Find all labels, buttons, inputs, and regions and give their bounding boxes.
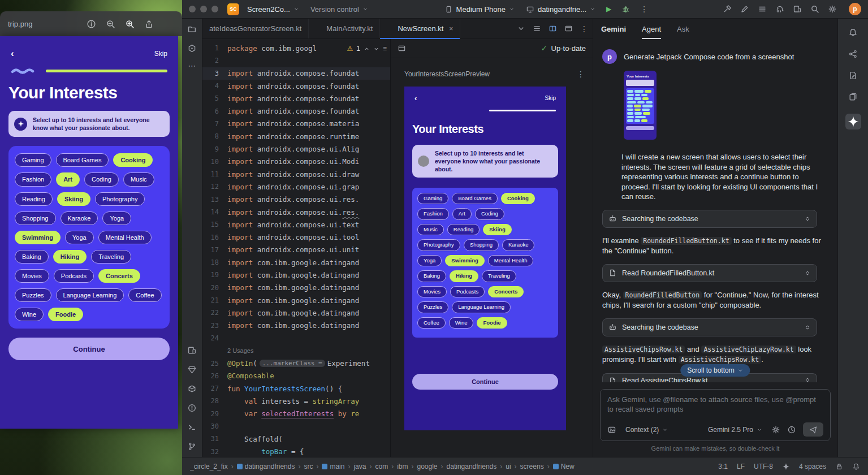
line-number[interactable]: 19 [202, 271, 227, 279]
breadcrumb-item[interactable]: main [322, 463, 344, 470]
breadcrumb-item[interactable]: java [353, 463, 366, 470]
settings-icon[interactable] [828, 5, 837, 14]
inspections-widget[interactable]: ⚠ 1 ≡ [345, 44, 389, 53]
code-line[interactable]: 13import androidx.compose.ui.res. [202, 193, 390, 206]
line-number[interactable]: 6 [202, 107, 227, 115]
hidden-tabs-chevron-icon[interactable] [517, 24, 525, 33]
tool-call-card[interactable]: Searching the codebase [602, 210, 817, 228]
code-editor[interactable]: ⚠ 1 ≡ 1package com.ibm.googl23import and… [202, 39, 390, 457]
code-line[interactable]: 17import androidx.compose.ui.unit [202, 244, 390, 256]
close-tab-icon[interactable]: × [449, 25, 453, 33]
line-number[interactable]: 11 [202, 170, 227, 178]
todo-list-icon[interactable] [758, 5, 767, 14]
code-line[interactable]: 31 Scaffold( [202, 433, 390, 445]
code-line[interactable]: 7import androidx.compose.materia [202, 118, 390, 130]
line-number[interactable]: 17 [202, 246, 227, 254]
gradle-icon[interactable] [775, 5, 784, 14]
attach-image-icon[interactable] [607, 425, 616, 434]
profile-avatar[interactable]: p [849, 3, 861, 15]
gemini-tool-icon[interactable] [845, 114, 861, 129]
tab-dateideasgeneratorscreen[interactable]: ateIdeasGeneratorScreen.kt [202, 19, 309, 38]
device-explorer-icon[interactable] [848, 92, 858, 102]
line-number[interactable]: 20 [202, 284, 227, 292]
code-line[interactable]: 18import com.ibm.google.datingand [202, 256, 390, 269]
breadcrumb-item[interactable]: ibm [397, 463, 408, 470]
code-line[interactable]: 27fun YourInterestsScreen() { [202, 382, 390, 395]
code-line[interactable]: 25@OptIn(...markerClass =Experiment [202, 357, 390, 369]
line-number[interactable]: 10 [202, 158, 227, 166]
line-number[interactable]: 29 [202, 410, 227, 418]
code-line[interactable]: 10import androidx.compose.ui.Modi [202, 156, 390, 168]
tool-call-card[interactable]: Searching the codebase [602, 318, 817, 336]
editor-options-icon[interactable]: ⋮ [580, 24, 588, 33]
code-line[interactable]: 16import androidx.compose.ui.tool [202, 231, 390, 243]
debug-button[interactable] [619, 3, 633, 16]
scroll-to-bottom-button[interactable]: Scroll to bottom [680, 364, 750, 377]
line-number[interactable]: 2 [202, 57, 227, 64]
line-number[interactable]: 22 [202, 309, 227, 317]
build-variants-icon[interactable] [848, 71, 858, 80]
gemini-prompt-input[interactable] [607, 395, 823, 420]
next-issue-icon[interactable] [373, 46, 379, 52]
tab-newscreen[interactable]: NewScreen.kt × [380, 19, 460, 38]
code-line[interactable]: 11import androidx.compose.ui.draw [202, 168, 390, 180]
terminal-icon[interactable] [187, 422, 197, 432]
breadcrumb-item[interactable]: src [304, 463, 313, 470]
project-selector[interactable]: Screen2Co... [244, 3, 303, 16]
line-number[interactable]: 7 [202, 120, 227, 128]
breadcrumb-item[interactable]: New [553, 463, 575, 470]
line-number[interactable]: 15 [202, 221, 227, 228]
line-number[interactable]: 18 [202, 258, 227, 266]
breadcrumb-item[interactable]: google [417, 463, 437, 470]
structure-view-icon[interactable] [533, 24, 541, 33]
vcs-selector[interactable]: Version control [307, 3, 372, 16]
split-editor-icon[interactable] [549, 24, 557, 33]
history-icon[interactable] [787, 425, 796, 434]
code-line[interactable]: 29 var selectedInterests by re [202, 408, 390, 420]
breadcrumb-item[interactable]: com [375, 463, 388, 470]
device-streaming-icon[interactable] [848, 49, 858, 59]
line-number[interactable]: 28 [202, 397, 227, 405]
send-button[interactable] [803, 422, 823, 437]
line-number[interactable]: 3 [202, 70, 227, 77]
model-selector[interactable]: Gemini 2.5 Pro [706, 425, 765, 435]
code-line[interactable]: 15import androidx.compose.ui.text [202, 218, 390, 231]
line-number[interactable]: 26 [202, 372, 227, 380]
line-number[interactable]: 8 [202, 132, 227, 140]
code-line[interactable]: 4import androidx.compose.foundat [202, 80, 390, 92]
run-button[interactable]: ▶ [603, 3, 614, 15]
line-separator[interactable]: LF [737, 463, 745, 470]
line-number[interactable]: 24 [202, 334, 227, 342]
code-line[interactable]: 12import androidx.compose.ui.grap [202, 180, 390, 193]
code-line[interactable]: 24 [202, 332, 390, 344]
code-line[interactable]: 21import com.ibm.google.datingand [202, 294, 390, 306]
line-number[interactable]: 30 [202, 422, 227, 430]
code-line[interactable]: 2 [202, 54, 390, 67]
line-number[interactable]: 4 [202, 82, 227, 90]
dependencies-icon[interactable] [187, 384, 197, 394]
code-line[interactable]: 22import com.ibm.google.datingand [202, 306, 390, 319]
code-line[interactable]: 23import com.ibm.google.datingand [202, 319, 390, 332]
breadcrumb-item[interactable]: screens [520, 463, 544, 470]
commit-tool-icon[interactable] [187, 44, 197, 53]
line-number[interactable]: 31 [202, 435, 227, 443]
build-status[interactable]: ✓ Up-to-date [541, 44, 586, 53]
line-number[interactable]: 9 [202, 145, 227, 153]
notifications-icon[interactable] [848, 28, 858, 37]
design-view-icon[interactable] [564, 24, 573, 33]
line-number[interactable]: 21 [202, 296, 227, 304]
run-configuration-selector[interactable]: datingandfrie... [522, 3, 599, 16]
expand-collapse-icon[interactable] [804, 270, 811, 277]
caret-position[interactable]: 3:1 [718, 463, 728, 470]
expand-collapse-icon[interactable] [804, 377, 811, 382]
indent-setting[interactable]: 4 spaces [799, 463, 826, 470]
code-line[interactable]: 5import androidx.compose.foundat [202, 92, 390, 105]
notifications-status-icon[interactable] [852, 463, 860, 470]
code-line[interactable]: 14import androidx.compose.ui.res. [202, 206, 390, 218]
build-icon[interactable] [723, 5, 732, 14]
project-tool-icon[interactable] [187, 24, 197, 34]
code-line[interactable]: 32 topBar = { [202, 446, 390, 457]
file-encoding[interactable]: UTF-8 [754, 463, 773, 470]
previous-issue-icon[interactable] [364, 46, 370, 52]
expand-collapse-icon[interactable] [804, 215, 811, 222]
